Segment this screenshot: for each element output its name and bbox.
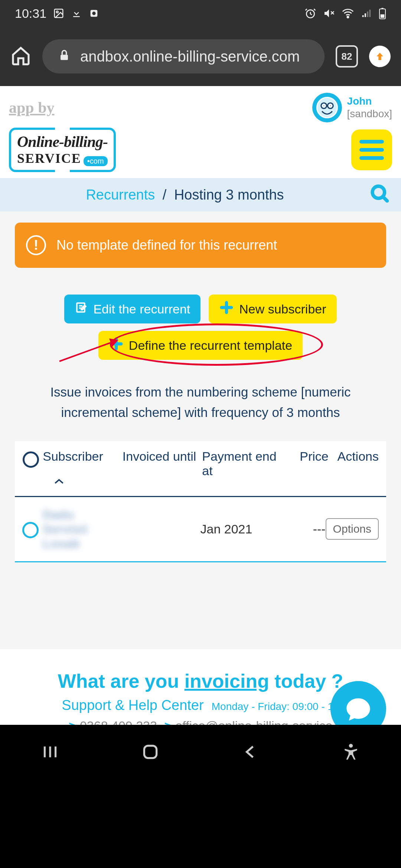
battery-icon bbox=[379, 7, 386, 19]
user-menu[interactable]: John [sandbox] bbox=[312, 93, 392, 122]
download-icon bbox=[71, 8, 82, 19]
svg-rect-10 bbox=[365, 13, 366, 17]
android-status-bar: 10:31 bbox=[0, 0, 401, 27]
svg-rect-11 bbox=[367, 11, 368, 17]
svg-point-8 bbox=[347, 16, 349, 18]
svg-point-1 bbox=[56, 11, 58, 13]
brand-logo[interactable]: Online-billing- SERVICE•com bbox=[9, 128, 116, 172]
svg-rect-2 bbox=[73, 16, 80, 17]
image-icon bbox=[53, 8, 64, 19]
svg-point-33 bbox=[349, 744, 353, 747]
accessibility-button[interactable] bbox=[342, 743, 360, 763]
breadcrumb-link-recurrents[interactable]: Recurrents bbox=[86, 187, 155, 203]
user-name: John bbox=[347, 95, 392, 108]
edit-icon bbox=[75, 301, 88, 317]
email-link[interactable]: office@online-billing-service. bbox=[175, 719, 336, 725]
svg-rect-12 bbox=[369, 10, 371, 17]
cell-payment: Jan 2021 bbox=[200, 522, 284, 536]
update-badge-icon[interactable] bbox=[369, 46, 391, 67]
hamburger-menu-icon[interactable] bbox=[351, 129, 392, 170]
table-row[interactable]: Dadu Servisii Loxab Jan 2021 --- Options bbox=[15, 497, 386, 562]
alert-text: No template defined for this recurrent bbox=[56, 237, 277, 253]
android-nav-bar bbox=[0, 725, 401, 780]
lock-icon bbox=[58, 48, 71, 65]
breadcrumb-current: Hosting 3 months bbox=[174, 187, 284, 203]
browser-toolbar: andbox.online-billing-service.com 82 bbox=[0, 27, 401, 86]
svg-point-20 bbox=[323, 105, 325, 107]
row-checkbox[interactable] bbox=[22, 522, 39, 538]
app-icon bbox=[89, 8, 99, 19]
svg-rect-14 bbox=[381, 8, 383, 9]
warning-alert: ! No template defined for this recurrent bbox=[15, 223, 386, 268]
cell-price: --- bbox=[284, 522, 326, 536]
chat-icon bbox=[344, 695, 372, 723]
footer-slogan: What are you invoicing today ? bbox=[11, 670, 390, 692]
col-price[interactable]: Price bbox=[287, 449, 329, 464]
col-payment[interactable]: Payment end at bbox=[202, 449, 287, 478]
cell-subscriber: Dadu Servisii Loxab bbox=[43, 507, 121, 551]
support-link[interactable]: Support & Help Center bbox=[62, 697, 203, 713]
tab-count-button[interactable]: 82 bbox=[336, 45, 358, 68]
select-all-checkbox[interactable] bbox=[23, 451, 39, 468]
exclamation-icon: ! bbox=[26, 235, 46, 255]
table-header: Subscriber Invoiced until Payment end at… bbox=[15, 441, 386, 497]
edit-recurrent-button[interactable]: Edit the recurrent bbox=[64, 295, 200, 323]
svg-rect-15 bbox=[381, 14, 385, 18]
svg-rect-9 bbox=[362, 15, 364, 17]
wifi-icon bbox=[342, 7, 354, 20]
svg-point-17 bbox=[317, 98, 337, 118]
app-by-label: app by bbox=[9, 99, 55, 116]
chevron-up-icon[interactable] bbox=[54, 473, 123, 488]
clock: 10:31 bbox=[15, 6, 46, 21]
back-button[interactable] bbox=[241, 743, 260, 763]
user-env: [sandbox] bbox=[347, 108, 392, 120]
signal-icon bbox=[361, 8, 372, 19]
phone-link[interactable]: 0368 409 233 bbox=[80, 719, 157, 725]
define-template-button[interactable]: Define the recurrent template bbox=[98, 331, 303, 360]
svg-rect-16 bbox=[61, 55, 68, 60]
col-subscriber[interactable]: Subscriber bbox=[43, 449, 103, 463]
svg-point-21 bbox=[329, 105, 331, 107]
url-text: andbox.online-billing-service.com bbox=[80, 48, 300, 65]
svg-rect-32 bbox=[144, 746, 156, 758]
search-icon[interactable] bbox=[370, 184, 391, 206]
breadcrumb: Recurrents / Hosting 3 months bbox=[0, 178, 401, 211]
mute-icon bbox=[323, 7, 335, 19]
support-hours: Monday - Friday: 09:00 - 17 bbox=[212, 701, 339, 712]
svg-point-4 bbox=[92, 11, 95, 15]
recurrent-description: Issue invoices from the numbering scheme… bbox=[15, 382, 386, 423]
url-bar[interactable]: andbox.online-billing-service.com bbox=[42, 39, 325, 73]
home-button[interactable] bbox=[141, 743, 160, 763]
svg-line-23 bbox=[383, 197, 387, 201]
new-subscriber-button[interactable]: New subscriber bbox=[209, 295, 336, 323]
recents-button[interactable] bbox=[41, 743, 59, 763]
plus-icon bbox=[219, 300, 234, 318]
alarm-icon bbox=[304, 7, 316, 19]
app-viewport: app by John [sandbox] Online-billing- SE… bbox=[0, 86, 401, 725]
row-options-button[interactable]: Options bbox=[326, 518, 379, 540]
avatar-icon bbox=[312, 93, 342, 122]
subscribers-table: Subscriber Invoiced until Payment end at… bbox=[15, 441, 386, 562]
home-icon[interactable] bbox=[10, 45, 31, 68]
page-footer: What are you invoicing today ? Support &… bbox=[0, 649, 401, 725]
col-invoiced[interactable]: Invoiced until bbox=[123, 449, 202, 464]
col-actions: Actions bbox=[329, 449, 379, 464]
